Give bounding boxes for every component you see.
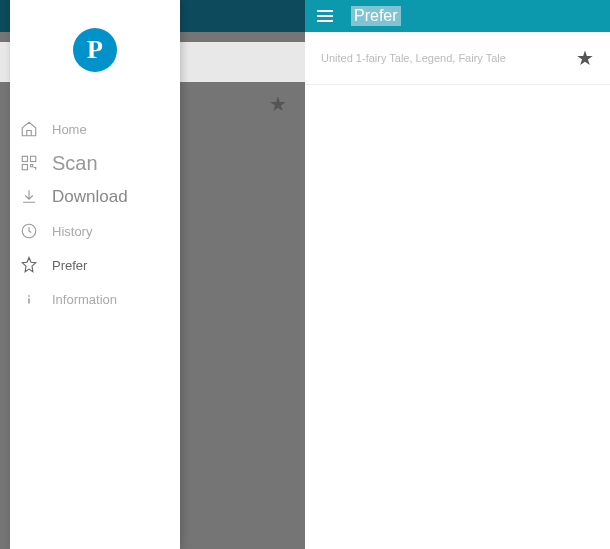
hamburger-icon[interactable] — [317, 10, 333, 22]
sidebar-drawer: P Home Scan Download Hi — [10, 0, 180, 549]
nav-list: Home Scan Download History — [10, 112, 180, 316]
sidebar-item-label: Scan — [52, 152, 98, 175]
sidebar-item-label: Information — [52, 292, 117, 307]
svg-rect-0 — [22, 156, 27, 161]
sidebar-item-information[interactable]: Information — [20, 282, 180, 316]
download-icon — [20, 188, 38, 206]
home-icon — [20, 120, 38, 138]
sidebar-item-prefer[interactable]: Prefer — [20, 248, 180, 282]
star-outline-icon — [20, 256, 38, 274]
sidebar-item-history[interactable]: History — [20, 214, 180, 248]
sidebar-item-label: Prefer — [52, 258, 87, 273]
sidebar-item-label: Download — [52, 187, 128, 207]
logo-container: P — [10, 0, 180, 112]
info-icon — [20, 290, 38, 308]
list-item-label: United 1-fairy Tale, Legend, Fairy Tale — [321, 52, 506, 64]
history-icon — [20, 222, 38, 240]
app-logo[interactable]: P — [73, 28, 117, 72]
qr-icon — [20, 154, 38, 172]
list-item[interactable]: United 1-fairy Tale, Legend, Fairy Tale … — [305, 32, 610, 85]
sidebar-item-label: Home — [52, 122, 87, 137]
svg-rect-2 — [22, 165, 27, 170]
sidebar-item-label: History — [52, 224, 92, 239]
star-icon[interactable]: ★ — [576, 46, 594, 70]
sidebar-item-home[interactable]: Home — [20, 112, 180, 146]
page-title: Prefer — [351, 6, 401, 26]
star-icon: ★ — [269, 92, 287, 116]
svg-rect-1 — [31, 156, 36, 161]
sidebar-item-download[interactable]: Download — [20, 180, 180, 214]
content-header: Prefer — [305, 0, 610, 32]
sidebar-item-scan[interactable]: Scan — [20, 146, 180, 180]
content-panel: Prefer United 1-fairy Tale, Legend, Fair… — [305, 0, 610, 549]
